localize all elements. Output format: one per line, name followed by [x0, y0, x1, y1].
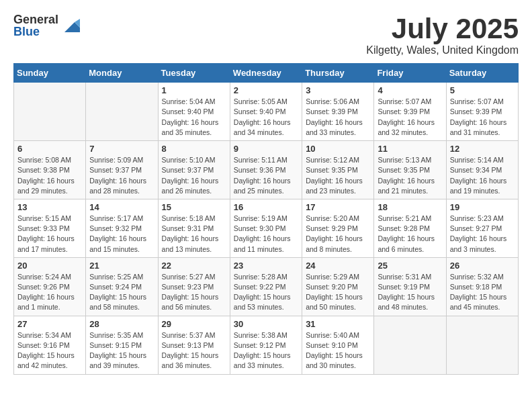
day-number: 4	[378, 85, 442, 95]
day-info: Sunrise: 5:21 AMSunset: 9:28 PMDaylight:…	[378, 214, 442, 255]
day-number: 23	[234, 261, 298, 271]
day-info: Sunrise: 5:12 AMSunset: 9:35 PMDaylight:…	[306, 155, 370, 196]
day-number: 20	[17, 261, 82, 271]
day-number: 27	[17, 319, 82, 329]
day-info: Sunrise: 5:19 AMSunset: 9:30 PMDaylight:…	[234, 214, 298, 255]
day-number: 2	[234, 85, 298, 95]
title-area: July 2025 Kilgetty, Wales, United Kingdo…	[366, 13, 519, 56]
day-info: Sunrise: 5:35 AMSunset: 9:15 PMDaylight:…	[89, 330, 154, 371]
calendar-cell: 29Sunrise: 5:37 AMSunset: 9:13 PMDayligh…	[158, 316, 230, 374]
day-number: 22	[162, 261, 226, 271]
day-info: Sunrise: 5:18 AMSunset: 9:31 PMDaylight:…	[162, 214, 226, 255]
calendar-cell: 11Sunrise: 5:13 AMSunset: 9:35 PMDayligh…	[374, 141, 446, 199]
calendar-cell: 22Sunrise: 5:27 AMSunset: 9:23 PMDayligh…	[158, 257, 230, 316]
calendar-cell: 9Sunrise: 5:11 AMSunset: 9:36 PMDaylight…	[230, 141, 302, 199]
day-number: 30	[234, 319, 298, 329]
day-number: 29	[162, 319, 226, 329]
calendar-cell: 27Sunrise: 5:34 AMSunset: 9:16 PMDayligh…	[14, 316, 86, 374]
day-info: Sunrise: 5:37 AMSunset: 9:13 PMDaylight:…	[162, 330, 226, 371]
day-info: Sunrise: 5:05 AMSunset: 9:40 PMDaylight:…	[234, 97, 298, 138]
calendar-cell: 23Sunrise: 5:28 AMSunset: 9:22 PMDayligh…	[230, 257, 302, 316]
day-number: 3	[306, 85, 370, 95]
day-number: 28	[89, 319, 154, 329]
weekday-header-monday: Monday	[86, 64, 158, 83]
calendar-cell: 15Sunrise: 5:18 AMSunset: 9:31 PMDayligh…	[158, 199, 230, 257]
day-number: 25	[378, 261, 442, 271]
calendar-week-row: 1Sunrise: 5:04 AMSunset: 9:40 PMDaylight…	[14, 83, 519, 141]
day-number: 17	[306, 202, 370, 212]
day-number: 21	[89, 261, 154, 271]
day-number: 18	[378, 202, 442, 212]
day-info: Sunrise: 5:14 AMSunset: 9:34 PMDaylight:…	[450, 155, 515, 196]
calendar-cell: 2Sunrise: 5:05 AMSunset: 9:40 PMDaylight…	[230, 83, 302, 141]
weekday-header-wednesday: Wednesday	[230, 64, 302, 83]
calendar-cell: 28Sunrise: 5:35 AMSunset: 9:15 PMDayligh…	[86, 316, 158, 374]
logo-blue: Blue	[13, 26, 58, 38]
day-info: Sunrise: 5:08 AMSunset: 9:38 PMDaylight:…	[17, 155, 82, 196]
calendar-cell: 3Sunrise: 5:06 AMSunset: 9:39 PMDaylight…	[302, 83, 374, 141]
page-header: General Blue July 2025 Kilgetty, Wales, …	[13, 13, 519, 56]
calendar-cell	[14, 83, 86, 141]
calendar-cell: 7Sunrise: 5:09 AMSunset: 9:37 PMDaylight…	[86, 141, 158, 199]
weekday-header-thursday: Thursday	[302, 64, 374, 83]
day-info: Sunrise: 5:38 AMSunset: 9:12 PMDaylight:…	[234, 330, 298, 371]
day-info: Sunrise: 5:07 AMSunset: 9:39 PMDaylight:…	[378, 97, 442, 138]
day-number: 14	[89, 202, 154, 212]
day-number: 24	[306, 261, 370, 271]
calendar-cell: 10Sunrise: 5:12 AMSunset: 9:35 PMDayligh…	[302, 141, 374, 199]
calendar-cell: 18Sunrise: 5:21 AMSunset: 9:28 PMDayligh…	[374, 199, 446, 257]
day-info: Sunrise: 5:04 AMSunset: 9:40 PMDaylight:…	[162, 97, 226, 138]
calendar-table: SundayMondayTuesdayWednesdayThursdayFrid…	[13, 63, 519, 374]
day-info: Sunrise: 5:32 AMSunset: 9:18 PMDaylight:…	[450, 272, 515, 313]
calendar-cell: 12Sunrise: 5:14 AMSunset: 9:34 PMDayligh…	[446, 141, 518, 199]
calendar-cell: 14Sunrise: 5:17 AMSunset: 9:32 PMDayligh…	[86, 199, 158, 257]
day-number: 26	[450, 261, 515, 271]
calendar-cell: 25Sunrise: 5:31 AMSunset: 9:19 PMDayligh…	[374, 257, 446, 316]
weekday-header-row: SundayMondayTuesdayWednesdayThursdayFrid…	[14, 64, 519, 83]
day-info: Sunrise: 5:23 AMSunset: 9:27 PMDaylight:…	[450, 214, 515, 255]
day-number: 1	[162, 85, 226, 95]
day-info: Sunrise: 5:15 AMSunset: 9:33 PMDaylight:…	[17, 214, 82, 255]
calendar-cell: 13Sunrise: 5:15 AMSunset: 9:33 PMDayligh…	[14, 199, 86, 257]
day-info: Sunrise: 5:40 AMSunset: 9:10 PMDaylight:…	[306, 330, 370, 371]
weekday-header-saturday: Saturday	[446, 64, 518, 83]
day-number: 5	[450, 85, 515, 95]
day-info: Sunrise: 5:31 AMSunset: 9:19 PMDaylight:…	[378, 272, 442, 313]
calendar-week-row: 20Sunrise: 5:24 AMSunset: 9:26 PMDayligh…	[14, 257, 519, 316]
logo: General Blue	[13, 13, 81, 38]
day-info: Sunrise: 5:06 AMSunset: 9:39 PMDaylight:…	[306, 97, 370, 138]
day-number: 31	[306, 319, 370, 329]
month-title: July 2025	[366, 13, 519, 44]
day-info: Sunrise: 5:07 AMSunset: 9:39 PMDaylight:…	[450, 97, 515, 138]
calendar-cell: 26Sunrise: 5:32 AMSunset: 9:18 PMDayligh…	[446, 257, 518, 316]
day-info: Sunrise: 5:34 AMSunset: 9:16 PMDaylight:…	[17, 330, 82, 371]
day-info: Sunrise: 5:13 AMSunset: 9:35 PMDaylight:…	[378, 155, 442, 196]
day-number: 19	[450, 202, 515, 212]
day-number: 9	[234, 144, 298, 154]
logo-general: General	[13, 13, 58, 26]
day-info: Sunrise: 5:20 AMSunset: 9:29 PMDaylight:…	[306, 214, 370, 255]
day-number: 13	[17, 202, 82, 212]
day-number: 16	[234, 202, 298, 212]
calendar-week-row: 6Sunrise: 5:08 AMSunset: 9:38 PMDaylight…	[14, 141, 519, 199]
day-number: 11	[378, 144, 442, 154]
day-number: 8	[162, 144, 226, 154]
calendar-body: 1Sunrise: 5:04 AMSunset: 9:40 PMDaylight…	[14, 83, 519, 374]
day-info: Sunrise: 5:25 AMSunset: 9:24 PMDaylight:…	[89, 272, 154, 313]
weekday-header-tuesday: Tuesday	[158, 64, 230, 83]
calendar-cell: 31Sunrise: 5:40 AMSunset: 9:10 PMDayligh…	[302, 316, 374, 374]
day-info: Sunrise: 5:29 AMSunset: 9:20 PMDaylight:…	[306, 272, 370, 313]
day-number: 15	[162, 202, 226, 212]
calendar-cell	[374, 316, 446, 374]
calendar-cell: 20Sunrise: 5:24 AMSunset: 9:26 PMDayligh…	[14, 257, 86, 316]
calendar-cell: 6Sunrise: 5:08 AMSunset: 9:38 PMDaylight…	[14, 141, 86, 199]
calendar-week-row: 27Sunrise: 5:34 AMSunset: 9:16 PMDayligh…	[14, 316, 519, 374]
day-info: Sunrise: 5:10 AMSunset: 9:37 PMDaylight:…	[162, 155, 226, 196]
weekday-header-sunday: Sunday	[14, 64, 86, 83]
calendar-cell: 17Sunrise: 5:20 AMSunset: 9:29 PMDayligh…	[302, 199, 374, 257]
day-info: Sunrise: 5:24 AMSunset: 9:26 PMDaylight:…	[17, 272, 82, 313]
day-number: 12	[450, 144, 515, 154]
day-info: Sunrise: 5:27 AMSunset: 9:23 PMDaylight:…	[162, 272, 226, 313]
location-title: Kilgetty, Wales, United Kingdom	[366, 44, 519, 56]
day-info: Sunrise: 5:28 AMSunset: 9:22 PMDaylight:…	[234, 272, 298, 313]
